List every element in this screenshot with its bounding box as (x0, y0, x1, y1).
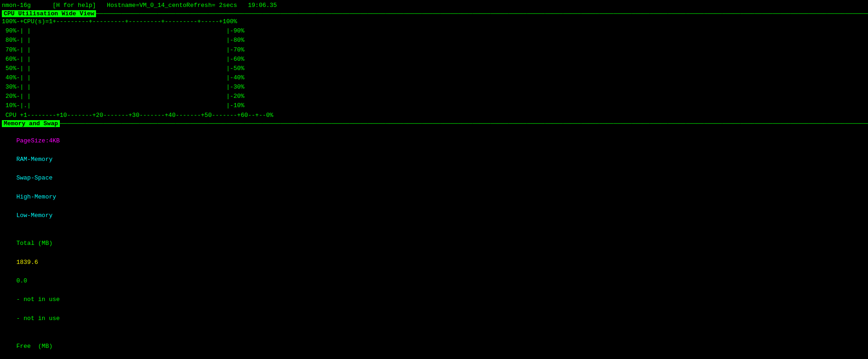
total-label: Total (MB) (16, 240, 52, 247)
high-total: - not in use (16, 296, 60, 303)
swap-label: Swap-Space (16, 174, 52, 181)
cpu-line-70: 70%-| | |-70% (2, 45, 866, 55)
free-label: Free (MB) (16, 343, 52, 350)
memory-section-header-line: Memory and Swap─────────────────────────… (2, 120, 866, 127)
cpu-axis: CPU +1--------+10-------+20-------+30---… (2, 111, 866, 120)
memory-total-line: Total (MB) 1839.6 0.0 - not in use - not… (2, 230, 866, 333)
cpu-line-40: 40%-| | |-40% (2, 73, 866, 83)
ram-label: RAM-Memory (16, 156, 52, 163)
cpu-section-label: CPU Utilisation Wide View (2, 10, 96, 17)
terminal-header: nmon-16g [H for help] Hostname=VM_0_14_c… (2, 1, 866, 10)
cpu-section-header-line: CPU Utilisation Wide View───────────────… (2, 10, 866, 17)
cpu-line-30: 30%-| | |-30% (2, 83, 866, 92)
cpu-line-20: 20%-| | |-20% (2, 92, 866, 101)
pagesize-label: PageSize:4KB (16, 137, 60, 144)
memory-section-label: Memory and Swap (2, 120, 60, 127)
cpu-line-80: 80%-| | |-80% (2, 36, 866, 45)
cpu-line-100: 100%-+CPU(s)=1+---------+---------+-----… (2, 17, 866, 26)
cpu-line-50: 50%-| | |-50% (2, 64, 866, 73)
memory-labels-line: PageSize:4KB RAM-Memory Swap-Space High-… (2, 127, 866, 230)
cpu-line-10: 10%-|.| |-10% (2, 101, 866, 110)
cpu-line-60: 60%-| | |-60% (2, 55, 866, 64)
memory-free-line: Free (MB) 285.6 0.0 (2, 333, 866, 359)
low-total: - not in use (16, 315, 60, 322)
low-label: Low-Memory (16, 212, 52, 219)
cpu-line-90: 90%-| | |-90% (2, 26, 866, 36)
total-ram: 1839.6 (16, 259, 38, 266)
terminal: nmon-16g [H for help] Hostname=VM_0_14_c… (0, 0, 868, 359)
total-swap: 0.0 (16, 277, 27, 284)
high-label: High-Memory (16, 193, 56, 200)
